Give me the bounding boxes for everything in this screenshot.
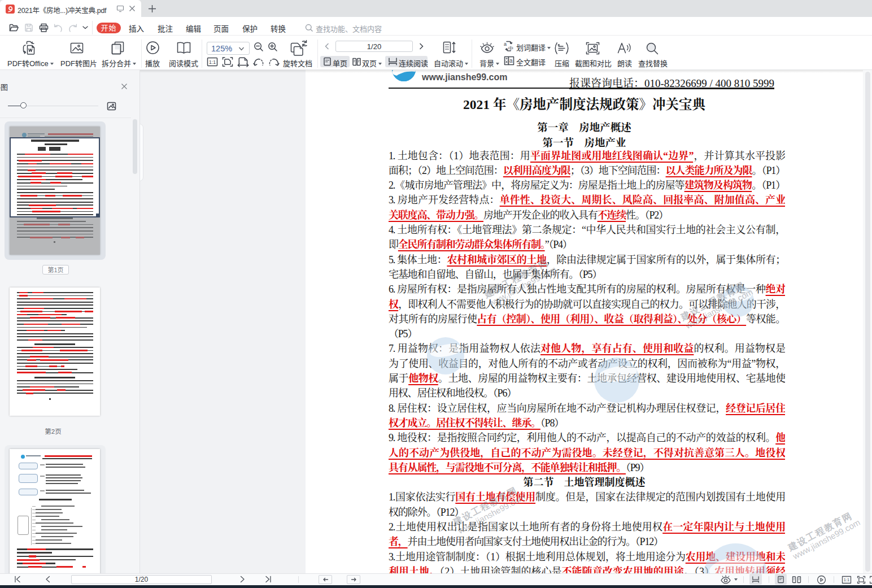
svg-text:1:1: 1:1 (209, 59, 216, 65)
svg-text:a: a (509, 58, 513, 64)
svg-text:1:1: 1:1 (844, 577, 849, 582)
svg-text:a: a (504, 41, 507, 47)
